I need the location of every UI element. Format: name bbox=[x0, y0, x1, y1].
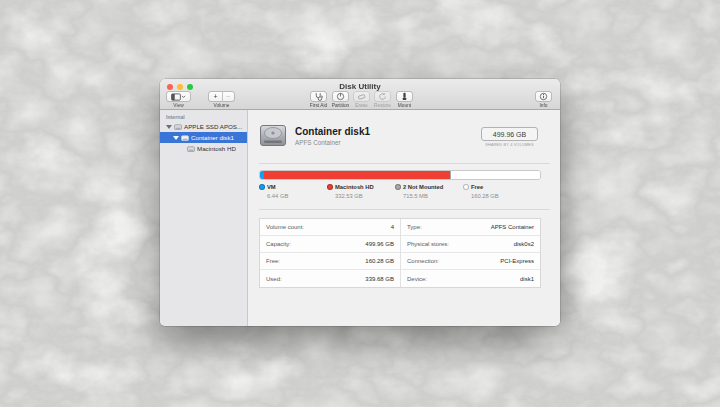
legend-name: Free bbox=[471, 184, 483, 190]
row-label: Device: bbox=[407, 276, 427, 282]
mount-label: Mount bbox=[390, 103, 419, 108]
not-mounted-color-dot-icon bbox=[395, 184, 401, 190]
sidebar-item-macintosh-hd[interactable]: Macintosh HD bbox=[160, 143, 247, 154]
row-value: disk1 bbox=[520, 276, 534, 282]
row-value: 339.68 GB bbox=[365, 276, 394, 282]
info-button[interactable] bbox=[535, 91, 552, 102]
size-badge: 499.96 GB bbox=[481, 127, 538, 141]
main-panel: Container disk1 APFS Container 499.96 GB… bbox=[249, 110, 560, 326]
volume-icon bbox=[187, 145, 195, 153]
info-label: Info bbox=[535, 103, 552, 108]
legend-name: 2 Not Mounted bbox=[403, 184, 443, 190]
sidebar-item-label: Container disk1 bbox=[191, 134, 234, 141]
table-row: Used:339.68 GB bbox=[260, 270, 400, 287]
table-row: Volume count:4 bbox=[260, 219, 400, 236]
legend-item-not-mounted: 2 Not Mounted 715.5 MB bbox=[395, 184, 463, 199]
details-table: Volume count:4 Capacity:499.96 GB Free:1… bbox=[259, 218, 541, 288]
window-chrome: Disk Utility View + − Volume bbox=[160, 79, 560, 110]
erase-icon bbox=[357, 92, 366, 101]
volume-button-group: + − bbox=[208, 91, 235, 102]
row-label: Capacity: bbox=[266, 241, 291, 247]
legend-item-vm: VM 6.44 GB bbox=[259, 184, 327, 199]
disclosure-triangle-icon[interactable] bbox=[166, 125, 172, 129]
partition-icon bbox=[336, 92, 345, 101]
divider bbox=[259, 209, 550, 210]
sidebar-section-internal: Internal bbox=[166, 114, 247, 120]
legend-value: 160.28 GB bbox=[471, 193, 531, 199]
legend-name: Macintosh HD bbox=[335, 184, 374, 190]
sidebar-item-label: Macintosh HD bbox=[197, 145, 236, 152]
row-value: PCI-Express bbox=[500, 258, 534, 264]
first-aid-button[interactable] bbox=[310, 91, 327, 102]
erase-button[interactable] bbox=[353, 91, 370, 102]
table-row: Type:APFS Container bbox=[401, 219, 540, 236]
sidebar-item-apple-ssd[interactable]: APPLE SSD APOS... bbox=[160, 121, 247, 132]
restore-button[interactable] bbox=[374, 91, 391, 102]
row-label: Free: bbox=[266, 258, 280, 264]
row-value: APFS Container bbox=[491, 224, 534, 230]
info-icon bbox=[539, 92, 548, 101]
disk-utility-window: Disk Utility View + − Volume bbox=[160, 79, 560, 326]
volume-group-label: Volume bbox=[208, 103, 235, 108]
device-subtitle: APFS Container bbox=[295, 139, 341, 146]
free-color-dot-icon bbox=[463, 184, 469, 190]
disk-icon bbox=[174, 123, 182, 131]
legend-item-macintosh-hd: Macintosh HD 332.53 GB bbox=[327, 184, 395, 199]
sidebar-item-label: APPLE SSD APOS... bbox=[184, 123, 242, 130]
usage-legend: VM 6.44 GB Macintosh HD 332.53 GB 2 Not … bbox=[259, 184, 541, 199]
sidebar-toggle-icon bbox=[171, 93, 181, 101]
legend-name: VM bbox=[267, 184, 276, 190]
legend-value: 332.53 GB bbox=[335, 193, 395, 199]
disclosure-triangle-icon[interactable] bbox=[173, 136, 179, 140]
size-note: SHARED BY 4 VOLUMES bbox=[481, 143, 538, 147]
row-value: 160.28 GB bbox=[365, 258, 394, 264]
row-label: Connection: bbox=[407, 258, 439, 264]
add-volume-button[interactable]: + bbox=[210, 92, 222, 101]
sidebar-item-container-disk1[interactable]: Container disk1 bbox=[160, 132, 247, 143]
mount-button[interactable] bbox=[396, 91, 413, 102]
plus-icon: + bbox=[213, 93, 217, 100]
row-value: 4 bbox=[391, 224, 394, 230]
row-value: disk0s2 bbox=[514, 241, 534, 247]
view-button-label: View bbox=[166, 103, 191, 108]
table-row: Device:disk1 bbox=[401, 270, 540, 287]
disk-icon bbox=[181, 134, 189, 142]
row-label: Used: bbox=[266, 276, 282, 282]
sidebar: Internal APPLE SSD APOS... Container dis… bbox=[160, 110, 248, 326]
container-disk-icon bbox=[260, 125, 286, 146]
table-row: Physical stores:disk0s2 bbox=[401, 236, 540, 253]
restore-icon bbox=[378, 92, 387, 101]
device-title: Container disk1 bbox=[295, 126, 370, 137]
mount-icon bbox=[400, 92, 409, 101]
table-row: Connection:PCI-Express bbox=[401, 253, 540, 270]
partition-button[interactable] bbox=[332, 91, 349, 102]
remove-volume-button[interactable]: − bbox=[222, 92, 234, 101]
minus-icon: − bbox=[226, 93, 230, 100]
view-button[interactable] bbox=[166, 91, 191, 102]
legend-value: 715.5 MB bbox=[403, 193, 463, 199]
legend-item-free: Free 160.28 GB bbox=[463, 184, 531, 199]
first-aid-icon bbox=[314, 92, 323, 101]
chevron-down-icon bbox=[181, 94, 186, 99]
vm-color-dot-icon bbox=[259, 184, 265, 190]
divider bbox=[259, 163, 550, 164]
table-row: Free:160.28 GB bbox=[260, 253, 400, 270]
row-label: Volume count: bbox=[266, 224, 304, 230]
usage-bar bbox=[259, 170, 541, 180]
details-left-column: Volume count:4 Capacity:499.96 GB Free:1… bbox=[260, 219, 400, 287]
table-row: Capacity:499.96 GB bbox=[260, 236, 400, 253]
row-label: Type: bbox=[407, 224, 422, 230]
window-title: Disk Utility bbox=[160, 82, 560, 91]
macintosh-hd-color-dot-icon bbox=[327, 184, 333, 190]
row-value: 499.96 GB bbox=[365, 241, 394, 247]
row-label: Physical stores: bbox=[407, 241, 449, 247]
legend-value: 6.44 GB bbox=[267, 193, 327, 199]
details-right-column: Type:APFS Container Physical stores:disk… bbox=[400, 219, 540, 287]
